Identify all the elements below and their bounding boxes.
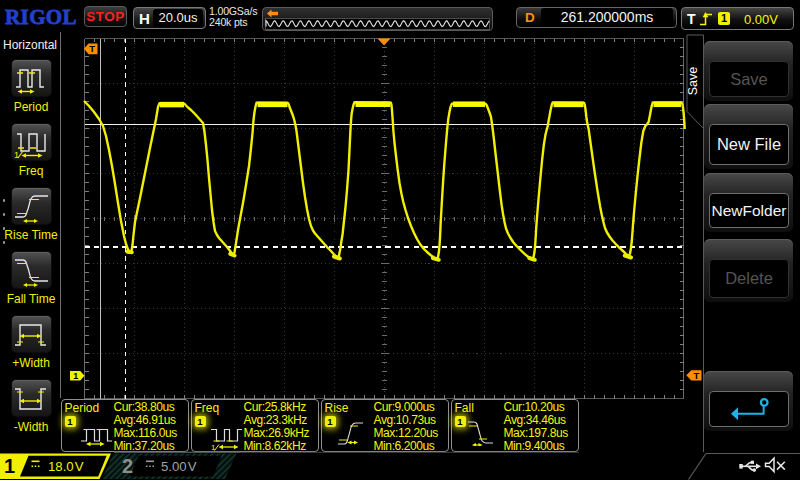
- svg-text:T: T: [693, 370, 699, 381]
- svg-text:1: 1: [14, 150, 19, 160]
- svg-text:1: 1: [73, 371, 78, 381]
- svg-text:T: T: [89, 43, 95, 54]
